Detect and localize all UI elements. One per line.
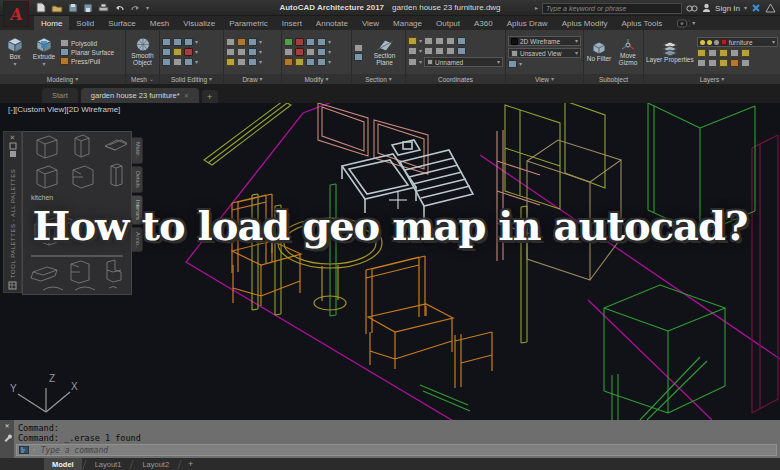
tool-icon[interactable] — [446, 47, 455, 55]
tool-icon[interactable] — [708, 59, 717, 67]
tool-icon[interactable] — [237, 48, 246, 56]
qat-dropdown-icon[interactable]: ▾ — [146, 5, 149, 11]
tool-icon[interactable] — [424, 37, 433, 45]
ribbon-tab-mesh[interactable]: Mesh — [143, 16, 177, 30]
panel-label-layers[interactable]: Layers▾ — [644, 74, 780, 84]
chevron-down-icon[interactable]: ▾ — [519, 61, 522, 67]
tool-icon[interactable] — [162, 38, 171, 46]
autohide-pin-icon[interactable] — [9, 142, 17, 150]
layout-tab-model[interactable]: Model — [44, 458, 82, 470]
layout-tab-layout1[interactable]: Layout1 — [87, 458, 130, 470]
command-window[interactable]: ✕ Command:Command: _.erase 1 found ▾ — [0, 420, 780, 458]
ribbon-tab-aplus-draw[interactable]: Aplus Draw — [500, 16, 555, 30]
visual-style-dropdown[interactable]: 2D Wireframe▾ — [508, 36, 581, 46]
tool-palette-titlebar[interactable]: ✕ TOOL PALETTES - ALL PALETTES — [3, 131, 22, 293]
tool-icon[interactable] — [719, 59, 728, 67]
chevron-down-icon[interactable]: ▾ — [259, 59, 262, 65]
ribbon-tab-visualize[interactable]: Visualize — [176, 16, 222, 30]
move-gizmo-button[interactable]: Move Gizmo — [615, 38, 641, 67]
palette-tab-materials[interactable]: Mater.. — [132, 137, 143, 164]
sign-in-button[interactable]: Sign In — [715, 4, 740, 13]
box-button[interactable]: Box ▾ — [2, 37, 28, 68]
extrude-button[interactable]: Extrude ▾ — [31, 37, 57, 68]
new-drawing-tab-button[interactable]: + — [202, 90, 218, 103]
ribbon-tab-view[interactable]: View — [355, 16, 386, 30]
close-icon[interactable]: ✕ — [184, 92, 189, 99]
chevron-down-icon[interactable]: ▾ — [419, 59, 422, 65]
tool-icon[interactable] — [226, 38, 235, 46]
planar-surface-button[interactable]: Planar Surface — [60, 48, 114, 56]
plot-icon[interactable] — [98, 3, 109, 13]
close-icon[interactable]: ✕ — [10, 134, 16, 142]
ribbon-tab-manage[interactable]: Manage — [386, 16, 429, 30]
app-menu-button[interactable]: A — [3, 1, 29, 27]
drawing-viewport[interactable]: [-][Custom View][2D Wireframe] — [0, 103, 780, 420]
panel-label-solid-editing[interactable]: Solid Editing▾ — [160, 74, 223, 84]
panel-label-subobject[interactable]: Subobject — [584, 74, 643, 84]
chevron-down-icon[interactable]: ▾ — [328, 49, 331, 55]
tool-icon[interactable] — [248, 48, 257, 56]
tool-icon[interactable] — [354, 44, 363, 52]
tool-icon[interactable] — [730, 49, 739, 57]
tool-icon[interactable] — [226, 48, 235, 56]
new-file-icon[interactable] — [36, 2, 46, 13]
help-triangle-icon[interactable] — [765, 3, 776, 13]
chevron-down-icon[interactable]: ▾ — [328, 59, 331, 65]
tool-icon[interactable] — [408, 58, 417, 66]
chevron-down-icon[interactable]: ▾ — [195, 49, 198, 55]
tool-icon[interactable] — [284, 48, 293, 56]
tool-icon[interactable] — [284, 58, 293, 66]
palette-menu-icon[interactable] — [8, 281, 17, 290]
keyword-search-input[interactable] — [542, 3, 682, 14]
panel-label-section[interactable]: Section▾ — [352, 74, 405, 84]
tool-icon[interactable] — [306, 58, 315, 66]
tool-icon[interactable] — [446, 37, 455, 45]
tool-icon[interactable] — [730, 59, 739, 67]
tool-icon[interactable] — [173, 38, 182, 46]
command-input[interactable] — [39, 445, 774, 456]
action-recorder-button[interactable]: ▾ — [677, 16, 695, 30]
chevron-down-icon[interactable]: ▾ — [419, 38, 422, 44]
tool-icon[interactable] — [248, 58, 257, 66]
tool-icon[interactable] — [317, 48, 326, 56]
chevron-down-icon[interactable]: ▾ — [32, 447, 36, 453]
undo-icon[interactable] — [114, 3, 125, 12]
redo-icon[interactable] — [130, 3, 141, 12]
no-filter-button[interactable]: No Filter — [586, 41, 612, 63]
properties-gear-icon[interactable] — [9, 150, 17, 158]
file-tab-document[interactable]: garden house 23 furniture* ✕ — [81, 88, 199, 103]
wrench-icon[interactable] — [3, 433, 12, 442]
tool-icon[interactable] — [508, 60, 517, 68]
chevron-down-icon[interactable]: ▾ — [195, 59, 198, 65]
ribbon-tab-aplus-tools[interactable]: Aplus Tools — [614, 16, 669, 30]
tool-icon[interactable] — [317, 58, 326, 66]
tool-icon[interactable] — [424, 47, 433, 55]
panel-label-view[interactable]: View▾ — [506, 74, 583, 84]
chevron-down-icon[interactable]: ▾ — [259, 39, 262, 45]
new-layout-button[interactable]: + — [182, 459, 199, 469]
file-tab-start[interactable]: Start — [42, 88, 78, 103]
polysolid-button[interactable]: Polysolid — [60, 39, 114, 47]
ribbon-tab-home[interactable]: Home — [34, 16, 69, 30]
sign-in-dropdown-icon[interactable]: ▾ — [744, 5, 747, 11]
smooth-object-button[interactable]: Smooth Object — [128, 37, 157, 67]
open-file-icon[interactable] — [51, 3, 63, 13]
tool-icon[interactable] — [173, 58, 182, 66]
ribbon-tab-aplus-modify[interactable]: Aplus Modify — [555, 16, 615, 30]
tool-icon[interactable] — [226, 58, 235, 66]
viewport-controls[interactable]: [-][Custom View][2D Wireframe] — [8, 105, 120, 114]
tool-icon[interactable] — [295, 38, 304, 46]
tool-icon[interactable] — [306, 38, 315, 46]
app-store-x-icon[interactable] — [751, 3, 761, 13]
tool-icon[interactable] — [354, 53, 363, 61]
tool-icon[interactable] — [719, 49, 728, 57]
chevron-down-icon[interactable]: ▾ — [328, 39, 331, 45]
layout-tab-layout2[interactable]: Layout2 — [134, 458, 177, 470]
ribbon-tab-parametric[interactable]: Parametric — [222, 16, 275, 30]
ucs-named-dropdown[interactable]: Unnamed▾ — [424, 57, 503, 67]
tool-icon[interactable] — [408, 37, 417, 45]
tool-icon[interactable] — [237, 58, 246, 66]
save-as-icon[interactable] — [83, 3, 93, 13]
ribbon-tab-solid[interactable]: Solid — [69, 16, 101, 30]
chevron-down-icon[interactable]: ▾ — [259, 49, 262, 55]
